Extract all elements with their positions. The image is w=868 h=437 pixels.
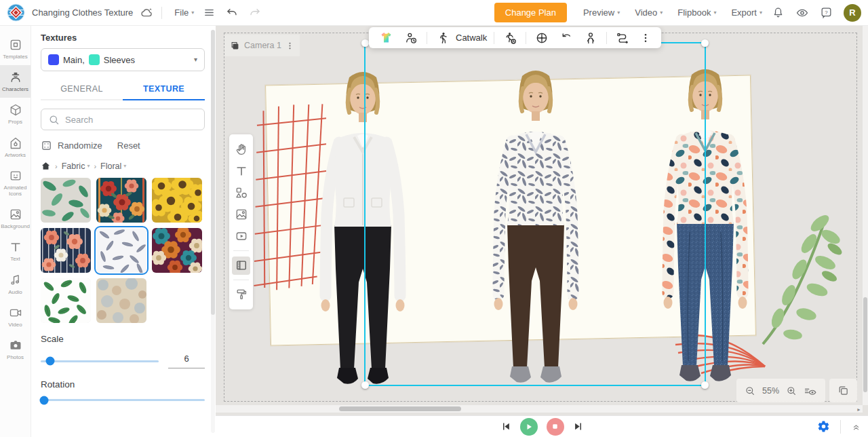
texture-swatch-vintage-floral[interactable] xyxy=(96,278,146,323)
sidebar-item-audio[interactable]: Audio xyxy=(0,268,31,301)
visibility-eye-icon[interactable] xyxy=(790,6,814,20)
texture-target-select[interactable]: Main,Sleeves▾ xyxy=(41,48,205,71)
export-menu[interactable]: Export▾ xyxy=(727,7,766,18)
paint-roller-tool[interactable] xyxy=(232,286,250,304)
rotation-slider[interactable] xyxy=(41,399,205,401)
storyboard-tool[interactable] xyxy=(232,256,250,275)
character-timing-icon[interactable] xyxy=(399,29,422,47)
play-button[interactable] xyxy=(520,418,538,436)
sidebar-item-text[interactable]: Text xyxy=(0,235,31,267)
scale-value[interactable]: 6 xyxy=(168,354,205,368)
texture-swatch-gray-leaves[interactable] xyxy=(96,228,146,273)
video-menu[interactable]: Video▾ xyxy=(631,7,667,18)
divider xyxy=(606,32,607,44)
home-icon[interactable] xyxy=(41,161,51,171)
sidebar-item-artworks[interactable]: Artworks xyxy=(0,131,31,164)
selection-handle[interactable] xyxy=(701,39,709,47)
divider xyxy=(233,280,249,280)
undo-icon[interactable] xyxy=(220,7,243,19)
skip-to-start-button[interactable] xyxy=(501,421,511,432)
horizontal-scrollbar[interactable]: ► xyxy=(216,405,863,413)
divider xyxy=(161,7,162,19)
image-tool[interactable] xyxy=(232,206,250,224)
texture-swatch-green-leaves[interactable] xyxy=(41,278,91,323)
zoom-in-icon[interactable] xyxy=(786,385,797,396)
camera-layers-icon xyxy=(230,41,240,51)
texture-swatch-sunflowers[interactable] xyxy=(152,178,202,223)
sidebar-item-props[interactable]: Props xyxy=(0,98,31,130)
sidebar-item-label: Background xyxy=(1,223,30,229)
texture-swatch-tropical-leaves[interactable] xyxy=(41,178,91,223)
character-multi-floral-outfit[interactable] xyxy=(634,62,776,390)
duplicate-button[interactable] xyxy=(829,379,857,402)
characters-icon xyxy=(9,71,22,84)
texture-swatch-retro-floral[interactable] xyxy=(152,228,202,273)
sidebar-item-templates[interactable]: Templates xyxy=(0,33,31,65)
stop-button[interactable] xyxy=(547,418,564,436)
rotation-slider-knob[interactable] xyxy=(39,396,48,404)
selection-handle[interactable] xyxy=(361,39,369,47)
settings-gear-icon[interactable] xyxy=(817,420,830,433)
cloud-sync-icon[interactable] xyxy=(140,6,153,20)
sidebar-item-photos[interactable]: Photos xyxy=(0,333,31,366)
vertical-scrollbar[interactable] xyxy=(863,26,868,405)
redo-icon[interactable] xyxy=(243,7,267,19)
search-input[interactable] xyxy=(65,115,197,125)
motion-path-icon[interactable] xyxy=(611,29,634,47)
texture-swatch-rose-stripe[interactable] xyxy=(96,178,146,223)
breadcrumb-fabric[interactable]: Fabric▾ xyxy=(62,162,90,171)
texture-swatch-navy-floral-stripe[interactable] xyxy=(41,228,91,273)
preview-menu[interactable]: Preview▾ xyxy=(579,7,624,18)
pose-icon[interactable] xyxy=(579,29,602,47)
clothes-icon[interactable] xyxy=(374,28,398,47)
scale-label: Scale xyxy=(41,334,205,344)
sidebar-item-video[interactable]: Video xyxy=(0,301,31,333)
walk-animation-icon[interactable] xyxy=(431,29,454,47)
collapse-panel-icon[interactable] xyxy=(851,421,861,432)
video-tool[interactable] xyxy=(232,227,250,246)
randomize-button[interactable]: Randomize xyxy=(58,140,102,151)
sidebar-item-label: Audio xyxy=(8,289,22,295)
help-icon[interactable]: ? xyxy=(814,6,838,19)
rotation-label: Rotation xyxy=(41,379,205,390)
canvas-area[interactable]: Camera 1 Catwalk 55% ► xyxy=(216,26,868,415)
tab-general[interactable]: GENERAL xyxy=(41,78,123,99)
playback-bar xyxy=(216,415,868,437)
rotate-3d-icon[interactable] xyxy=(530,29,553,47)
camera-kebab-icon[interactable] xyxy=(285,41,294,50)
preview-eye-icon[interactable] xyxy=(804,385,817,397)
text-tool[interactable] xyxy=(232,162,250,180)
breadcrumb: ›Fabric▾›Floral▾ xyxy=(41,161,205,171)
character-white-outfit[interactable] xyxy=(292,65,434,392)
notifications-bell-icon[interactable] xyxy=(766,6,790,19)
run-animation-icon[interactable] xyxy=(498,29,521,47)
skip-to-end-button[interactable] xyxy=(573,421,583,432)
character-gray-floral-outfit[interactable] xyxy=(465,64,607,391)
tab-texture[interactable]: TEXTURE xyxy=(123,78,205,99)
user-avatar[interactable]: R xyxy=(844,4,861,22)
scale-slider[interactable] xyxy=(41,360,159,362)
sidebar-item-background[interactable]: Background xyxy=(0,202,31,235)
sidebar-item-animated-icons[interactable]: Animated Icons xyxy=(0,164,31,202)
reset-button[interactable]: Reset xyxy=(117,140,140,151)
panel-scrollbar[interactable] xyxy=(211,30,215,433)
chevron-down-icon: ▾ xyxy=(87,164,90,169)
hamburger-menu-icon[interactable] xyxy=(198,7,220,18)
zoom-out-icon[interactable] xyxy=(745,385,755,396)
file-menu[interactable]: File▾ xyxy=(170,7,198,18)
templates-icon xyxy=(9,38,22,52)
flipbook-menu[interactable]: Flipbook▾ xyxy=(673,7,720,18)
pan-tool[interactable] xyxy=(232,140,250,159)
rotate-icon[interactable] xyxy=(555,29,578,47)
app-logo[interactable] xyxy=(7,3,25,22)
change-plan-button[interactable]: Change Plan xyxy=(494,3,567,22)
shapes-tool[interactable] xyxy=(232,184,250,202)
breadcrumb-floral[interactable]: Floral▾ xyxy=(100,162,126,171)
more-options-icon[interactable] xyxy=(635,31,656,45)
scale-slider-knob[interactable] xyxy=(45,357,54,366)
zoom-level[interactable]: 55% xyxy=(762,386,779,396)
camera-chip[interactable]: Camera 1 xyxy=(224,35,300,56)
animation-name[interactable]: Catwalk xyxy=(456,33,487,43)
background-icon xyxy=(9,208,22,221)
sidebar-item-characters[interactable]: Characters xyxy=(0,65,31,98)
